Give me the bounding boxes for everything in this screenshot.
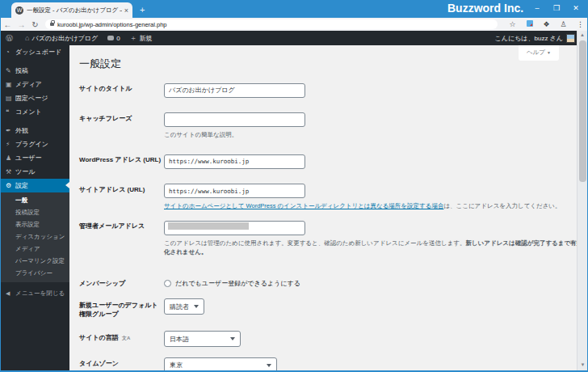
forward-icon[interactable]: → [15,20,28,29]
submenu-item-privacy[interactable]: プライバシー [1,267,69,279]
window-maximize-button[interactable]: ❒ [547,0,566,18]
page-title: 一般設定 [79,57,570,71]
plugin-icon: ⚡ [6,141,15,148]
submenu-item-writing[interactable]: 投稿設定 [1,206,69,218]
form-row-wp-address: WordPress アドレス (URL) [79,152,570,169]
site-name-label: バズのお出かけブログ [32,34,98,43]
site-name-menu[interactable]: ⌂ バズのお出かけブログ [20,31,103,45]
membership-checkbox[interactable] [164,280,171,287]
extension-puzzle-icon[interactable]: ❖ [538,20,555,28]
comments-icon [107,36,114,40]
tab-close-icon[interactable]: × [124,6,128,15]
language-select[interactable]: 日本語 [164,331,241,347]
chevron-down-icon [230,337,235,343]
field-label: メンバーシップ [79,276,164,288]
my-account-menu[interactable]: こんにちは、buzz さん [495,34,578,43]
avatar [566,34,575,43]
bookmark-star-icon[interactable]: ☆ [504,20,521,28]
submenu-item-reading[interactable]: 表示設定 [1,218,69,230]
chevron-down-icon [194,305,199,311]
new-content-menu[interactable]: ＋ 新規 [125,31,158,45]
scroll-up-icon[interactable]: ▲ [578,31,587,39]
sidebar-item-plugins[interactable]: ⚡ プラグイン [1,137,69,151]
admin-sidebar: ◔ ダッシュボード ✎ 投稿 ▣ メディア ▤ 固定ページ ❝ コメント ✒ 外… [1,45,69,370]
collapse-menu-icon: ◀ [6,290,15,297]
sidebar-item-label: 投稿 [15,66,28,75]
form-row-site-address: サイトアドレス (URL) サイトのホームページとして WordPress のイ… [79,182,570,211]
url-text: kuroobi.jp/wp-admin/options-general.php [57,21,167,28]
timezone-select[interactable]: 東京 [164,357,277,371]
sidebar-item-pages[interactable]: ▤ 固定ページ [1,91,69,105]
default-role-value: 購読者 [170,302,189,311]
browser-tab[interactable]: W 一般設定 - バズのお出かけブログ — × [11,2,132,18]
sidebar-item-posts[interactable]: ✎ 投稿 [1,64,69,78]
field-label: タイムゾーン [79,356,164,370]
sidebar-item-label: 外観 [15,126,28,135]
default-role-select[interactable]: 購読者 [164,298,204,315]
url-bar[interactable]: kuroobi.jp/wp-admin/options-general.php [45,19,498,29]
redaction-block [168,222,249,230]
collapse-menu-label: メニューを閉じる [15,290,65,298]
window-close-button[interactable]: ✕ [566,0,586,18]
timezone-value: 東京 [170,361,183,370]
field-label: キャッチフレーズ [79,111,164,140]
wp-logo-menu[interactable]: Ⓦ [1,31,20,45]
home-icon: ⌂ [25,34,29,42]
help-button[interactable]: ヘルプ ▼ [519,45,559,61]
admin-email-description: このアドレスは管理のために使用されます。変更すると、確認のため新しいアドレスにメ… [164,239,465,247]
sidebar-item-media[interactable]: ▣ メディア [1,78,69,91]
pages-icon: ▤ [6,95,15,102]
sidebar-item-comments[interactable]: ❝ コメント [1,105,69,119]
tagline-input[interactable] [164,112,305,127]
sidebar-item-tools[interactable]: ⚒ ツール [1,165,69,179]
site-address-input[interactable] [164,184,305,198]
wordpress-logo-icon: Ⓦ [6,33,13,44]
language-label: サイトの言語 [79,334,119,341]
window-title: Buzzword Inc. [447,2,523,15]
lock-icon [50,23,54,26]
new-tab-button[interactable]: + [140,4,145,15]
sidebar-item-label: コメント [15,108,42,116]
comment-count: 0 [116,35,120,42]
screenshot-extension-glyph [527,20,533,27]
help-label: ヘルプ [527,49,545,56]
brush-icon: ✒ [6,127,15,134]
wp-admin-bar: Ⓦ ⌂ バズのお出かけブログ 0 ＋ 新規 こんにちは、buzz さん [1,31,578,45]
site-title-input[interactable] [164,83,305,98]
page-scrollbar[interactable]: ▲ ▼ [577,31,587,370]
scroll-down-icon[interactable]: ▼ [578,361,588,369]
reload-icon[interactable]: ↻ [28,20,42,29]
comments-menu[interactable]: 0 [103,31,124,45]
tab-title: 一般設定 - バズのお出かけブログ — [27,6,122,15]
new-content-label: 新規 [140,34,153,43]
sidebar-item-appearance[interactable]: ✒ 外観 [1,124,69,137]
browser-menu-icon[interactable]: ⋮ [572,20,588,28]
site-address-description: は、ここにアドレスを入力してください。 [443,202,561,209]
field-label: サイトの言語 文A [79,330,164,348]
camera-icon: ▣ [6,81,15,88]
screenshot-extension-icon[interactable] [521,20,538,28]
translation-icon: 文A [122,336,130,340]
form-row-language: サイトの言語 文A 日本語 [79,330,570,348]
scrollbar-thumb[interactable] [579,40,586,182]
window-minimize-button[interactable]: – [527,0,547,18]
back-icon[interactable]: ← [1,20,15,29]
field-label: 新規ユーザーのデフォルト権限グループ [79,298,164,319]
form-row-timezone: タイムゾーン 東京 同じタイムゾーンの都市または UTC (協定世界時) のタイ… [79,356,570,370]
tagline-description: このサイトの簡単な説明。 [164,130,570,139]
submenu-item-discussion[interactable]: ディスカッション [1,230,69,243]
language-value: 日本語 [170,335,189,344]
sidebar-item-dashboard[interactable]: ◔ ダッシュボード [1,45,69,59]
submenu-item-permalink[interactable]: パーマリンク設定 [1,255,69,267]
submenu-item-media[interactable]: メディア [1,243,69,255]
membership-checkbox-label: だれでもユーザー登録ができるようにする [175,279,300,288]
profile-icon[interactable]: ♙ [555,20,572,28]
sidebar-item-users[interactable]: ♟ ユーザー [1,151,69,165]
sidebar-item-label: 固定ページ [15,94,48,103]
form-row-default-role: 新規ユーザーのデフォルト権限グループ 購読者 [79,298,570,319]
collapse-menu-button[interactable]: ◀ メニューを閉じる [1,287,69,299]
submenu-item-general[interactable]: 一般 [1,194,69,206]
sidebar-item-settings[interactable]: ⚙ 設定 [1,179,69,192]
site-address-help-link[interactable]: サイトのホームページとして WordPress のインストールディレクトリとは異… [164,202,443,209]
wp-address-input[interactable] [164,154,305,169]
